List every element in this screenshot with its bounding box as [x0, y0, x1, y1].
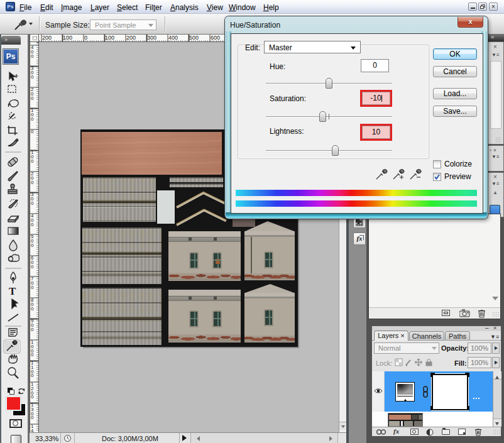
svg-text:T: T — [9, 285, 16, 297]
